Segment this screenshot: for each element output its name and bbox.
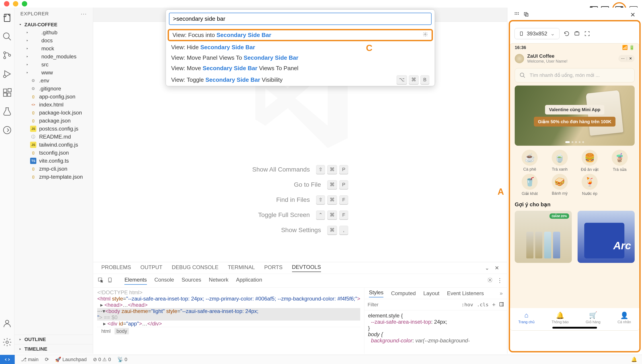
devtools-tab[interactable]: Elements [124, 277, 147, 285]
file-tree-item[interactable]: node_modules [15, 52, 93, 60]
folder-root[interactable]: ZAUI-COFFEE [15, 21, 93, 28]
device-dimensions-select[interactable]: 393x852 ⌄ [514, 28, 559, 39]
styles-tab[interactable]: Styles [369, 289, 383, 298]
file-tree-item[interactable]: ⚙.env [15, 77, 93, 85]
command-palette-item[interactable]: View: Move Panel Views To Secondary Side… [166, 52, 435, 63]
devtools-settings-icon[interactable] [487, 277, 493, 284]
panel-tab[interactable]: PORTS [264, 264, 282, 272]
file-tree-item[interactable]: {}package.json [15, 117, 93, 125]
app-tab-item[interactable]: ⌂Trang chủ [518, 312, 534, 324]
category-item[interactable]: 🥤Giải khát [515, 174, 545, 196]
device-toggle-icon[interactable] [107, 277, 113, 284]
app-more-icon[interactable]: ⋯ [621, 56, 624, 60]
styles-tab[interactable]: Event Listeners [447, 290, 484, 296]
explorer-icon[interactable] [2, 12, 13, 23]
styles-tab[interactable]: Computed [391, 290, 416, 296]
app-tab-item[interactable]: 🔔Thông báo [551, 312, 569, 324]
ports-indicator[interactable]: 📡 0 [117, 357, 127, 362]
account-icon[interactable] [2, 318, 13, 329]
category-item[interactable]: 🥪Bánh mỳ [545, 174, 575, 196]
product-card[interactable] [577, 211, 635, 263]
popout-icon[interactable] [523, 12, 529, 18]
command-palette-item[interactable]: View: Move Secondary Side Bar Views To P… [166, 63, 435, 74]
devtools-more-icon[interactable]: ⋮ [497, 277, 503, 284]
panel-tab[interactable]: DEBUG CONSOLE [172, 264, 218, 272]
category-item[interactable]: 🧋Trà sữa [605, 150, 635, 172]
file-tree-item[interactable]: ⓘREADME.md [15, 133, 93, 141]
file-tree-item[interactable]: <>index.html [15, 101, 93, 109]
file-tree-item[interactable]: www [15, 68, 93, 77]
file-tree-item[interactable]: mock [15, 44, 93, 52]
new-style-icon[interactable]: + [492, 301, 495, 308]
command-palette-item[interactable]: View: Hide Secondary Side Bar [166, 42, 435, 52]
minimize-window-button[interactable] [13, 1, 18, 6]
file-tree-item[interactable]: {}app-config.json [15, 93, 93, 101]
reload-icon[interactable] [563, 30, 570, 37]
branch-indicator[interactable]: ⎇ main [21, 357, 39, 362]
file-tree-item[interactable]: {}package-lock.json [15, 109, 93, 117]
timeline-section[interactable]: TIMELINE [15, 344, 93, 354]
hov-toggle[interactable]: :hov [461, 302, 473, 308]
outline-section[interactable]: OUTLINE [15, 334, 93, 344]
category-item[interactable]: 🍔Đồ ăn vặt [575, 150, 605, 172]
source-control-icon[interactable] [2, 50, 13, 60]
device-preview[interactable]: 16:36 📶 🔋 ZaUI Coffee Welcome, User Name… [510, 43, 640, 330]
app-tab-item[interactable]: 👤Cá nhân [617, 312, 631, 324]
maximize-window-button[interactable] [22, 1, 27, 6]
search-icon[interactable] [2, 31, 13, 42]
panel-tab[interactable]: DEVTOOLS [292, 264, 321, 272]
file-tree-item[interactable]: src [15, 60, 93, 68]
grid-icon[interactable] [514, 12, 519, 18]
remote-button[interactable] [0, 355, 15, 364]
file-tree-item[interactable]: JSpostcss.config.js [15, 125, 93, 133]
panel-tab[interactable]: PROBLEMS [101, 264, 131, 272]
focus-icon[interactable] [584, 30, 590, 37]
toggle-computed-icon[interactable] [499, 302, 504, 308]
promo-banner[interactable]: Valentine cùng Mini App Giảm 50% cho đơn… [515, 86, 635, 146]
file-tree-item[interactable]: {}tsconfig.json [15, 149, 93, 157]
command-palette-item[interactable]: View: Focus into Secondary Side Bar [168, 29, 433, 41]
problems-indicator[interactable]: ⊘ 0 ⚠ 0 [93, 357, 111, 362]
file-tree-item[interactable]: ⚙.gitignore [15, 85, 93, 93]
sync-icon[interactable]: ⟳ [45, 357, 49, 362]
product-card[interactable]: GIẢM 20% [515, 211, 572, 263]
file-tree-item[interactable]: TSvite.config.ts [15, 157, 93, 165]
category-item[interactable]: 🍹Nước ép [575, 174, 605, 196]
explorer-more-icon[interactable]: ⋯ [81, 10, 87, 18]
extensions-icon[interactable] [2, 87, 13, 98]
category-item[interactable]: ☕Cà phê [515, 150, 545, 172]
command-palette-input[interactable] [169, 13, 432, 25]
devtools-tab[interactable]: Network [209, 277, 229, 285]
file-tree-item[interactable]: {}zmp-template.json [15, 173, 93, 181]
screenshot-icon[interactable] [574, 30, 580, 37]
app-tab-item[interactable]: 🛒Giỏ hàng [586, 311, 600, 324]
launchpad-button[interactable]: 🚀 Launchpad [55, 357, 87, 362]
file-tree-item[interactable]: .github [15, 28, 93, 36]
devtools-tab[interactable]: Application [236, 277, 262, 285]
styles-more-icon[interactable]: » [500, 290, 503, 296]
styles-filter-input[interactable] [368, 302, 458, 308]
devtools-tab[interactable]: Console [155, 277, 174, 285]
command-palette-item[interactable]: View: Toggle Secondary Side Bar Visibili… [166, 74, 435, 86]
testing-icon[interactable] [2, 106, 13, 117]
close-window-button[interactable] [4, 1, 9, 6]
panel-close-icon[interactable]: ✕ [495, 265, 499, 271]
app-search-input[interactable]: Tìm nhanh đồ uống, món mới ... [515, 68, 635, 82]
panel-tab[interactable]: OUTPUT [141, 264, 163, 272]
notifications-icon[interactable]: 🔔 [631, 357, 637, 362]
close-secondary-icon[interactable]: ✕ [630, 11, 635, 18]
panel-chevron-icon[interactable]: ⌄ [485, 265, 489, 271]
app-close-icon[interactable]: ✕ [629, 56, 632, 60]
dom-tree-pane[interactable]: <!DOCTYPE html> <html style="--zaui-safe… [93, 288, 364, 354]
zalo-icon[interactable] [2, 125, 13, 136]
category-item[interactable]: 🍵Trà xanh [545, 150, 575, 172]
panel-tab[interactable]: TERMINAL [228, 264, 255, 272]
file-tree-item[interactable]: docs [15, 36, 93, 44]
settings-gear-icon[interactable] [2, 337, 13, 348]
devtools-tab[interactable]: Sources [182, 277, 201, 285]
file-tree-item[interactable]: {}zmp-cli.json [15, 165, 93, 173]
file-tree-item[interactable]: JStailwind.config.js [15, 141, 93, 149]
run-debug-icon[interactable] [2, 68, 13, 79]
inspect-element-icon[interactable] [98, 277, 104, 284]
cls-toggle[interactable]: .cls [477, 302, 489, 308]
